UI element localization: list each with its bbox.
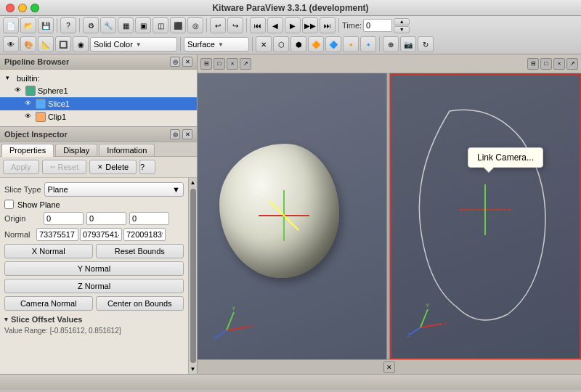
right-viewport[interactable]: Link Camera... X Y Z [390,73,582,359]
time-up[interactable]: ▲ [394,18,410,25]
x-normal-button[interactable]: X Normal [4,244,93,258]
render4-icon[interactable]: 🔶 [308,36,324,52]
color-mode-dropdown[interactable]: Solid Color ▼ [90,37,177,52]
save-icon[interactable]: 💾 [38,17,54,33]
tool2-icon[interactable]: 🔧 [100,17,116,33]
minimize-button[interactable] [18,4,27,12]
undo-icon[interactable]: ↩ [210,17,226,33]
render2-icon[interactable]: ⬡ [273,36,289,52]
redo-icon[interactable]: ↪ [227,17,243,33]
pipeline-header-icons: ◎ ✕ [170,57,192,67]
open-icon[interactable]: 📂 [20,17,36,33]
normal-x[interactable] [36,228,78,241]
vp-expand-icon[interactable]: ↗ [240,58,251,70]
pipeline-browser: Pipeline Browser ◎ ✕ ▾ builtin: 👁 Sphere… [0,54,197,127]
origin-x[interactable] [44,212,84,225]
orient-icon[interactable]: ⊕ [383,36,399,52]
vp2-max-icon[interactable]: □ [540,58,552,70]
tool5-icon[interactable]: ◫ [153,17,168,33]
delete-button[interactable]: ✕ Delete [89,160,137,174]
play-icon[interactable]: ▶ [285,17,301,33]
camera-icon[interactable]: 📷 [400,36,416,52]
refresh-icon[interactable]: ↻ [418,36,434,52]
tree-item-slice1[interactable]: 👁 Slice1 [0,97,197,110]
vis3-icon[interactable]: 📐 [38,36,54,52]
camera-normal-button[interactable]: Camera Normal [4,296,93,311]
render7-icon[interactable]: 🔹 [360,36,376,52]
vp-close-icon[interactable]: × [227,58,238,70]
vis2-icon[interactable]: 🎨 [20,36,36,52]
pipeline-browser-title: Pipeline Browser [4,57,69,66]
vis1-icon[interactable]: 👁 [3,36,19,52]
render3-icon[interactable]: ⬢ [290,36,306,52]
slice-type-dropdown[interactable]: Plane ▼ [44,182,184,197]
maximize-button[interactable] [31,4,39,12]
scrollbar[interactable]: ▲ ▼ [188,178,197,374]
slice-offset-section[interactable]: ▾ Slice Offset Values [4,315,184,324]
normal-y[interactable] [80,228,122,241]
vp-max-icon[interactable]: □ [214,58,225,70]
inspector-tabs: Properties Display Information [0,142,197,157]
tool6-icon[interactable]: ⬛ [170,17,186,33]
forward-icon[interactable]: ▶▶ [302,17,318,33]
back-icon[interactable]: ◀ [267,17,283,33]
tree-item-sphere1[interactable]: 👁 Sphere1 [0,84,197,97]
time-down[interactable]: ▼ [394,26,410,33]
help-button[interactable]: ? [139,160,155,174]
vis5-icon[interactable]: ◉ [73,36,89,52]
tree-item-clip1[interactable]: 👁 Clip1 [0,110,197,123]
pipeline-close-icon[interactable]: ✕ [182,57,192,67]
stop-button[interactable]: ✕ [383,362,395,373]
window-controls[interactable] [6,4,39,12]
tool3-icon[interactable]: ▦ [118,17,134,33]
center-on-bounds-button[interactable]: Center on Bounds [96,296,184,311]
svg-text:X: X [444,320,448,327]
vp2-expand-icon[interactable]: ↗ [566,58,578,70]
left-viewport[interactable]: X Y Z [198,73,386,359]
time-input[interactable] [363,19,392,32]
origin-y[interactable] [86,212,126,225]
close-button[interactable] [6,4,15,12]
help-icon[interactable]: ? [60,17,76,33]
apply-button[interactable]: Apply [3,160,39,174]
scroll-down-icon[interactable]: ▼ [190,366,196,372]
reset-bounds-button[interactable]: Reset Bounds [96,244,184,258]
render1-icon[interactable]: ✕ [256,36,272,52]
settings-icon[interactable]: ⚙ [83,17,99,33]
tab-information[interactable]: Information [99,144,155,156]
inspector-content: Slice Type Plane ▼ Show Plane Origin [0,178,188,374]
surface-mode-dropdown[interactable]: Surface ▼ [184,37,249,52]
render6-icon[interactable]: 🔸 [343,36,359,52]
inspector-header-icons: ◎ ✕ [170,129,192,139]
vp2-split-icon[interactable]: ⊟ [527,58,539,70]
reset-button[interactable]: ↩ Reset [42,160,87,174]
link-camera-tooltip[interactable]: Link Camera... [468,147,543,168]
color-mode-arrow: ▼ [136,41,142,48]
pipeline-settings-icon[interactable]: ◎ [170,57,180,67]
vp2-close-icon[interactable]: × [553,58,565,70]
vis4-icon[interactable]: 🔲 [55,36,71,52]
scroll-up-icon[interactable]: ▲ [190,179,196,186]
svg-text:Y: Y [426,302,430,309]
tool7-icon[interactable]: ◎ [187,17,203,33]
sphere1-icon [25,86,36,96]
eye-icon-clip1: 👁 [25,113,33,121]
inspector-close-icon[interactable]: ✕ [182,129,192,139]
tab-properties[interactable]: Properties [1,144,54,157]
normal-z[interactable] [123,228,166,241]
inspector-settings-icon[interactable]: ◎ [170,129,180,139]
render5-icon[interactable]: 🔷 [325,36,341,52]
origin-z[interactable] [129,212,169,225]
show-plane-checkbox[interactable] [4,200,14,209]
tool4-icon[interactable]: ▣ [135,17,151,33]
new-icon[interactable]: 📄 [3,17,19,33]
z-normal-button[interactable]: Z Normal [4,279,184,293]
next-icon[interactable]: ⏭ [320,17,336,33]
tree-item-builtin[interactable]: ▾ builtin: [0,73,197,84]
vp-split-icon[interactable]: ⊟ [200,58,212,70]
tab-display[interactable]: Display [55,144,97,156]
prev-icon[interactable]: ⏮ [250,17,266,33]
viewport-area: ⊟ □ × ↗ ⊟ □ × ↗ X [198,54,581,374]
y-normal-button[interactable]: Y Normal [4,261,184,276]
scroll-thumb[interactable] [190,189,196,363]
